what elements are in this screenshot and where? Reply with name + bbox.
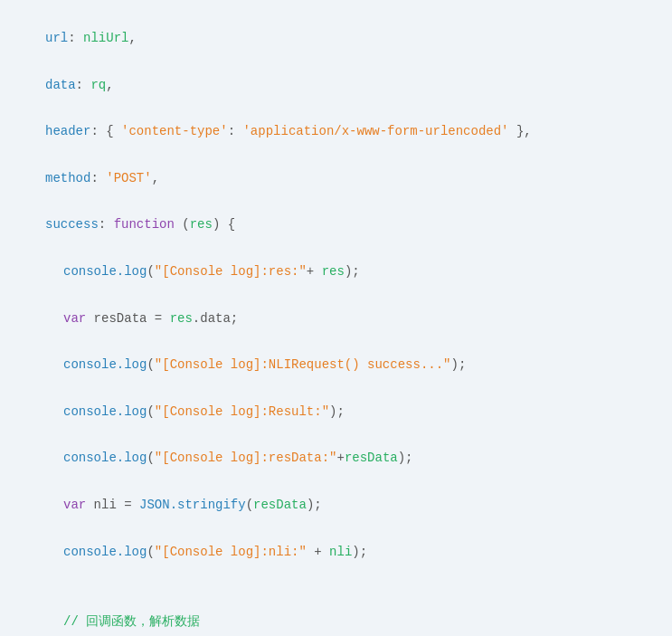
token-punc: (: [147, 402, 154, 423]
token-fn-call: console.log: [63, 542, 147, 564]
code-line: var resData = res.data;: [27, 308, 645, 331]
code-line: header: { 'content-type': 'application/x…: [27, 120, 645, 144]
code-line: console.log("[Console log]:res:"+ res);: [27, 261, 645, 284]
code-line: [27, 97, 645, 120]
code-line: url: nliUrl,: [27, 27, 645, 51]
code-line: console.log("[Console log]:nli:" + nli);: [27, 541, 645, 565]
code-line: success: function (res) {: [27, 214, 645, 237]
token-val: resData: [253, 495, 307, 517]
token-plain: nli =: [86, 495, 139, 517]
code-block: url: nliUrl, data: rq, header: { 'conten…: [27, 18, 645, 636]
token-val: res: [322, 261, 345, 283]
token-punc: );: [352, 542, 367, 564]
token-punc: );: [450, 355, 466, 376]
token-punc: +: [336, 448, 344, 470]
token-fn-call: JSON.stringify: [139, 495, 246, 517]
token-punc: );: [398, 448, 413, 470]
token-punc: :: [90, 168, 106, 190]
token-kw: var: [63, 495, 86, 517]
token-punc: ) {: [213, 214, 235, 236]
token-punc: .: [193, 309, 200, 330]
code-line: [27, 377, 645, 401]
token-comment: // 回调函数，解析数据: [63, 612, 200, 633]
code-line: console.log("[Console log]:resData:"+res…: [27, 447, 645, 470]
code-line: [27, 144, 645, 167]
token-key: method: [45, 168, 90, 190]
token-str: "[Console log]:resData:": [155, 448, 337, 470]
token-fn-call: console.log: [63, 402, 147, 423]
token-val: res: [170, 309, 193, 330]
token-str: "[Console log]:Result:": [155, 402, 329, 423]
code-line: method: 'POST',: [27, 167, 645, 191]
token-kw: function: [114, 214, 175, 236]
code-line: [27, 51, 645, 74]
token-punc: : {: [90, 121, 121, 143]
token-key: success: [45, 214, 99, 236]
code-line: [27, 284, 645, 308]
token-val: res: [190, 214, 213, 236]
token-punc: ,: [152, 168, 159, 190]
code-line: console.log("[Console log]:NLIRequest() …: [27, 354, 645, 377]
token-punc: (: [147, 448, 154, 470]
code-line: console.log("[Console log]:Result:");: [27, 401, 645, 424]
token-punc: :: [228, 121, 243, 143]
token-punc: (: [147, 542, 154, 564]
token-str: 'content-type': [121, 121, 228, 143]
token-str: 'POST': [106, 168, 151, 190]
token-punc: (: [246, 495, 253, 517]
token-kw: var: [63, 309, 86, 330]
token-key: data: [45, 75, 76, 97]
token-fn-call: console.log: [63, 448, 147, 470]
token-plain: data;: [200, 309, 238, 330]
token-punc: (: [147, 261, 154, 283]
token-plain: resData =: [86, 309, 169, 330]
code-line: [27, 587, 645, 611]
token-val: resData: [345, 448, 398, 470]
token-punc: );: [329, 402, 345, 423]
code-line: [27, 517, 645, 541]
token-punc: +: [307, 261, 322, 283]
token-punc: ,: [106, 75, 113, 97]
token-punc: ,: [128, 28, 136, 50]
code-line: [27, 330, 645, 354]
token-punc: );: [307, 495, 322, 517]
code-line: [27, 564, 645, 587]
token-fn-call: console.log: [63, 355, 147, 376]
token-punc: :: [76, 75, 91, 97]
token-punc: },: [509, 121, 532, 143]
token-key: header: [45, 121, 90, 143]
token-key: url: [45, 28, 68, 50]
token-str: 'application/x-www-form-urlencoded': [242, 121, 508, 143]
token-str: "[Console log]:NLIRequest() success...": [155, 355, 451, 376]
token-punc: (: [175, 214, 190, 236]
token-str: "[Console log]:res:": [155, 261, 307, 283]
code-line: var nli = JSON.stringify(resData);: [27, 494, 645, 517]
token-fn-call: console.log: [63, 261, 147, 283]
code-line: data: rq,: [27, 74, 645, 98]
code-line: [27, 237, 645, 261]
token-punc: :: [68, 28, 83, 50]
token-val: nli: [329, 542, 352, 564]
token-punc: (: [147, 355, 154, 376]
token-punc: +: [307, 542, 329, 564]
code-line: [27, 191, 645, 214]
token-punc: :: [99, 214, 114, 236]
token-val: nliUrl: [83, 28, 128, 50]
code-line: // 回调函数，解析数据: [27, 611, 645, 634]
code-line: [27, 424, 645, 448]
token-val: rq: [90, 75, 106, 97]
token-punc: );: [345, 261, 360, 283]
code-line: [27, 470, 645, 494]
token-str: "[Console log]:nli:": [155, 542, 307, 564]
